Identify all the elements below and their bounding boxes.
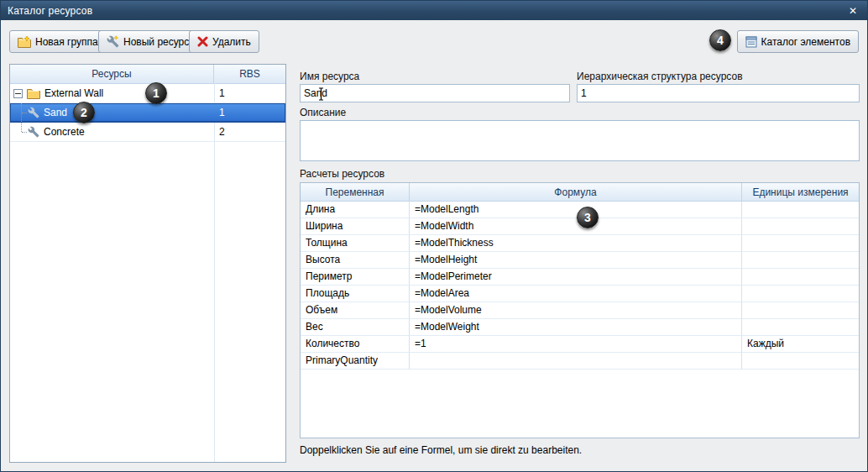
unit-cell[interactable] — [742, 286, 859, 302]
calc-table-header: Переменная Формула Единицы измерения — [301, 183, 859, 202]
calc-row-weight[interactable]: Вес =ModelWeight — [301, 319, 859, 336]
new-group-label: Новая группа — [35, 36, 98, 48]
variable-cell[interactable]: Объем — [301, 302, 410, 319]
resource-tree-panel: Ресурсы RBS External Wall 1 Sand 1 — [9, 64, 286, 463]
close-button[interactable]: ✕ — [845, 4, 860, 18]
tree-item-rbs: 1 — [214, 103, 285, 122]
wrench-icon — [28, 107, 39, 118]
element-catalog-label: Каталог элементов — [761, 36, 850, 48]
unit-cell[interactable]: Каждый — [742, 336, 859, 353]
variable-cell[interactable]: Периметр — [301, 269, 410, 286]
description-label: Описание — [300, 107, 346, 118]
formula-cell[interactable] — [410, 353, 742, 370]
tree-item-label: Sand — [44, 107, 67, 118]
unit-cell[interactable] — [742, 235, 859, 252]
calc-row-thickness[interactable]: Толщина =ModelThickness — [301, 235, 859, 252]
folder-icon — [27, 88, 40, 99]
annotation-badge-1: 1 — [145, 82, 167, 104]
unit-cell[interactable] — [742, 252, 859, 269]
resource-name-label: Имя ресурса — [300, 71, 359, 82]
units-column-header: Единицы измерения — [742, 183, 859, 201]
unit-cell[interactable] — [742, 302, 859, 319]
rbs-column-header[interactable]: RBS — [214, 65, 285, 83]
calculations-label: Расчеты ресурсов — [300, 168, 384, 180]
formula-cell[interactable]: =ModelPerimeter — [410, 269, 742, 286]
new-resource-icon — [107, 35, 119, 48]
variable-cell[interactable]: Ширина — [301, 218, 410, 235]
tree-item-rbs: 1 — [214, 84, 285, 102]
variable-cell[interactable]: Количество — [301, 336, 410, 353]
resource-catalog-window: Каталог ресурсов ✕ Новая группа Новый ре… — [0, 0, 868, 472]
calc-row-height[interactable]: Высота =ModelHeight — [301, 252, 859, 269]
hierarchy-input[interactable] — [577, 84, 860, 102]
annotation-badge-3: 3 — [577, 207, 599, 228]
formula-cell[interactable]: =ModelWidth — [410, 218, 742, 235]
new-resource-label: Новый ресурс — [123, 36, 189, 48]
formula-edit-hint: Doppelklicken Sie auf eine Formel, um si… — [300, 444, 582, 456]
calc-row-primary-quantity[interactable]: PrimaryQuantity — [301, 353, 859, 370]
calc-row-volume[interactable]: Объем =ModelVolume — [301, 302, 859, 319]
tree-connector — [13, 123, 28, 141]
resource-name-input[interactable] — [300, 84, 570, 102]
formula-cell[interactable]: =ModelWeight — [410, 319, 742, 336]
delete-label: Удалить — [212, 36, 251, 48]
variable-cell[interactable]: Площадь — [301, 286, 410, 302]
formula-cell[interactable]: =ModelLength — [410, 202, 742, 218]
text-cursor-icon — [317, 87, 325, 104]
formula-cell[interactable]: =ModelThickness — [410, 235, 742, 252]
collapse-toggle-icon[interactable] — [13, 89, 23, 98]
formula-cell[interactable]: =ModelArea — [410, 286, 742, 302]
formula-column-header: Формула — [410, 183, 742, 201]
variable-cell[interactable]: Толщина — [301, 235, 410, 252]
new-group-icon — [18, 36, 31, 48]
unit-cell[interactable] — [742, 202, 859, 218]
annotation-badge-2: 2 — [73, 102, 95, 123]
window-title: Каталог ресурсов — [8, 5, 92, 17]
element-catalog-button[interactable]: Каталог элементов — [737, 30, 859, 53]
formula-cell[interactable]: =1 — [410, 336, 742, 353]
tree-connector — [13, 103, 28, 122]
new-group-button[interactable]: Новая группа — [9, 30, 107, 53]
hierarchy-label: Иерархическая структура ресурсов — [577, 71, 743, 82]
tree-item-label: External Wall — [44, 87, 103, 99]
tree-row-sand[interactable]: Sand 1 — [10, 103, 285, 123]
variable-column-header: Переменная — [301, 183, 410, 201]
tree-item-label: Concrete — [44, 126, 85, 138]
calc-row-quantity[interactable]: Количество =1 Каждый — [301, 336, 859, 353]
tree-item-rbs: 2 — [214, 123, 285, 141]
calc-row-area[interactable]: Площадь =ModelArea — [301, 286, 859, 302]
unit-cell[interactable] — [742, 269, 859, 286]
titlebar: Каталог ресурсов ✕ — [1, 1, 867, 20]
annotation-badge-4: 4 — [709, 29, 731, 51]
delete-icon — [197, 36, 208, 47]
variable-cell[interactable]: PrimaryQuantity — [301, 353, 410, 370]
unit-cell[interactable] — [742, 353, 859, 370]
variable-cell[interactable]: Вес — [301, 319, 410, 336]
calc-row-perimeter[interactable]: Периметр =ModelPerimeter — [301, 269, 859, 286]
resources-column-header[interactable]: Ресурсы — [10, 65, 214, 83]
variable-cell[interactable]: Длина — [301, 202, 410, 218]
unit-cell[interactable] — [742, 218, 859, 235]
formula-cell[interactable]: =ModelVolume — [410, 302, 742, 319]
new-resource-button[interactable]: Новый ресурс — [98, 30, 197, 53]
formula-cell[interactable]: =ModelHeight — [410, 252, 742, 269]
wrench-icon — [28, 126, 39, 138]
tree-header: Ресурсы RBS — [10, 65, 285, 84]
tree-row-concrete[interactable]: Concrete 2 — [10, 123, 285, 142]
unit-cell[interactable] — [742, 319, 859, 336]
description-input[interactable] — [300, 120, 860, 161]
delete-button[interactable]: Удалить — [189, 30, 259, 53]
element-catalog-icon — [745, 36, 757, 48]
variable-cell[interactable]: Высота — [301, 252, 410, 269]
